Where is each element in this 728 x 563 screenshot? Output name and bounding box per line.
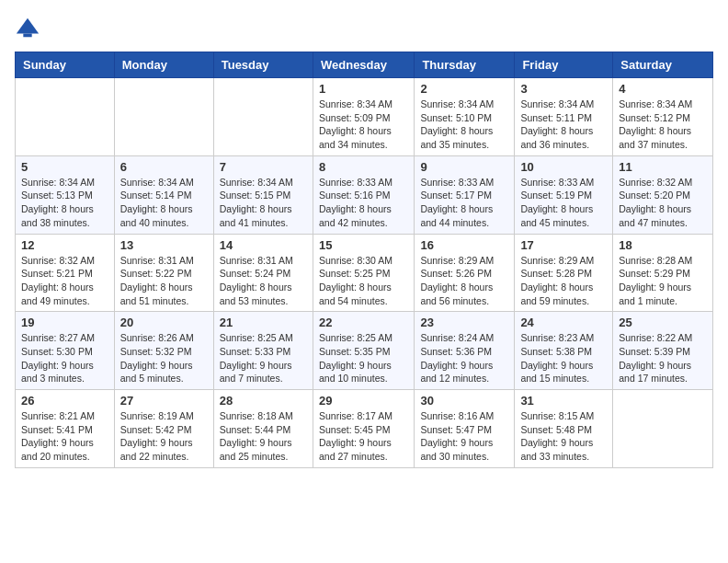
day-info: Sunrise: 8:29 AM Sunset: 5:26 PM Dayligh…: [420, 254, 508, 308]
week-row-3: 12Sunrise: 8:32 AM Sunset: 5:21 PM Dayli…: [16, 234, 713, 312]
day-number: 9: [420, 160, 508, 174]
day-cell: 2Sunrise: 8:34 AM Sunset: 5:10 PM Daylig…: [415, 78, 515, 156]
day-info: Sunrise: 8:31 AM Sunset: 5:24 PM Dayligh…: [220, 254, 307, 308]
header-sunday: Sunday: [16, 52, 115, 78]
day-cell: 7Sunrise: 8:34 AM Sunset: 5:15 PM Daylig…: [213, 155, 313, 234]
day-number: 31: [520, 394, 607, 408]
day-cell: 18Sunrise: 8:28 AM Sunset: 5:29 PM Dayli…: [613, 234, 713, 312]
day-number: 1: [319, 82, 408, 96]
day-cell: 26Sunrise: 8:21 AM Sunset: 5:41 PM Dayli…: [16, 390, 115, 468]
day-number: 27: [120, 394, 208, 408]
svg-marker-0: [17, 18, 39, 34]
svg-rect-1: [23, 34, 31, 38]
header-thursday: Thursday: [415, 52, 515, 78]
day-number: 21: [220, 316, 307, 329]
day-info: Sunrise: 8:34 AM Sunset: 5:09 PM Dayligh…: [319, 98, 408, 152]
day-number: 15: [319, 238, 408, 252]
day-info: Sunrise: 8:34 AM Sunset: 5:15 PM Dayligh…: [220, 176, 307, 230]
day-cell: 8Sunrise: 8:33 AM Sunset: 5:16 PM Daylig…: [313, 155, 414, 234]
day-info: Sunrise: 8:34 AM Sunset: 5:12 PM Dayligh…: [619, 98, 707, 152]
day-info: Sunrise: 8:33 AM Sunset: 5:17 PM Dayligh…: [420, 176, 508, 230]
header-tuesday: Tuesday: [213, 52, 313, 78]
day-cell: 14Sunrise: 8:31 AM Sunset: 5:24 PM Dayli…: [213, 234, 313, 312]
day-info: Sunrise: 8:24 AM Sunset: 5:36 PM Dayligh…: [420, 331, 508, 385]
day-number: 14: [220, 238, 307, 252]
day-cell: 12Sunrise: 8:32 AM Sunset: 5:21 PM Dayli…: [16, 234, 115, 312]
day-info: Sunrise: 8:34 AM Sunset: 5:11 PM Dayligh…: [520, 98, 607, 152]
day-number: 30: [420, 394, 508, 408]
week-row-1: 1Sunrise: 8:34 AM Sunset: 5:09 PM Daylig…: [16, 78, 713, 156]
day-cell: 19Sunrise: 8:27 AM Sunset: 5:30 PM Dayli…: [16, 312, 115, 390]
day-number: 19: [21, 316, 108, 329]
day-number: 18: [619, 238, 707, 252]
day-cell: 27Sunrise: 8:19 AM Sunset: 5:42 PM Dayli…: [114, 390, 213, 468]
day-info: Sunrise: 8:26 AM Sunset: 5:32 PM Dayligh…: [120, 331, 208, 385]
week-row-4: 19Sunrise: 8:27 AM Sunset: 5:30 PM Dayli…: [16, 312, 713, 390]
day-cell: 4Sunrise: 8:34 AM Sunset: 5:12 PM Daylig…: [613, 78, 713, 156]
day-number: 23: [420, 316, 508, 329]
day-info: Sunrise: 8:16 AM Sunset: 5:47 PM Dayligh…: [420, 409, 508, 464]
day-cell: 15Sunrise: 8:30 AM Sunset: 5:25 PM Dayli…: [313, 234, 414, 312]
day-cell: [213, 78, 313, 156]
day-cell: 20Sunrise: 8:26 AM Sunset: 5:32 PM Dayli…: [114, 312, 213, 390]
day-cell: 22Sunrise: 8:25 AM Sunset: 5:35 PM Dayli…: [313, 312, 414, 390]
day-number: 13: [120, 238, 208, 252]
day-number: 6: [120, 160, 208, 174]
day-number: 22: [319, 316, 408, 329]
day-info: Sunrise: 8:34 AM Sunset: 5:10 PM Dayligh…: [420, 98, 508, 152]
calendar-table: SundayMondayTuesdayWednesdayThursdayFrid…: [15, 52, 713, 468]
day-info: Sunrise: 8:34 AM Sunset: 5:14 PM Dayligh…: [120, 176, 208, 230]
logo[interactable]: [15, 15, 44, 40]
day-info: Sunrise: 8:18 AM Sunset: 5:44 PM Dayligh…: [220, 409, 307, 464]
header-wednesday: Wednesday: [313, 52, 414, 78]
logo-icon: [15, 15, 40, 40]
day-info: Sunrise: 8:34 AM Sunset: 5:13 PM Dayligh…: [21, 176, 108, 230]
day-number: 20: [120, 316, 208, 329]
day-cell: 21Sunrise: 8:25 AM Sunset: 5:33 PM Dayli…: [213, 312, 313, 390]
day-cell: 28Sunrise: 8:18 AM Sunset: 5:44 PM Dayli…: [213, 390, 313, 468]
day-info: Sunrise: 8:27 AM Sunset: 5:30 PM Dayligh…: [21, 331, 108, 385]
day-number: 16: [420, 238, 508, 252]
day-number: 10: [520, 160, 607, 174]
day-cell: 13Sunrise: 8:31 AM Sunset: 5:22 PM Dayli…: [114, 234, 213, 312]
day-number: 2: [420, 82, 508, 96]
day-info: Sunrise: 8:33 AM Sunset: 5:19 PM Dayligh…: [520, 176, 607, 230]
day-number: 7: [220, 160, 307, 174]
day-info: Sunrise: 8:25 AM Sunset: 5:35 PM Dayligh…: [319, 331, 408, 385]
day-info: Sunrise: 8:25 AM Sunset: 5:33 PM Dayligh…: [220, 331, 307, 385]
day-info: Sunrise: 8:28 AM Sunset: 5:29 PM Dayligh…: [619, 254, 707, 308]
day-info: Sunrise: 8:30 AM Sunset: 5:25 PM Dayligh…: [319, 254, 408, 308]
day-info: Sunrise: 8:17 AM Sunset: 5:45 PM Dayligh…: [319, 409, 408, 464]
day-cell: 16Sunrise: 8:29 AM Sunset: 5:26 PM Dayli…: [415, 234, 515, 312]
day-cell: 30Sunrise: 8:16 AM Sunset: 5:47 PM Dayli…: [415, 390, 515, 468]
day-cell: 25Sunrise: 8:22 AM Sunset: 5:39 PM Dayli…: [613, 312, 713, 390]
day-info: Sunrise: 8:23 AM Sunset: 5:38 PM Dayligh…: [520, 331, 607, 385]
day-info: Sunrise: 8:33 AM Sunset: 5:16 PM Dayligh…: [319, 176, 408, 230]
day-cell: 11Sunrise: 8:32 AM Sunset: 5:20 PM Dayli…: [613, 155, 713, 234]
day-cell: 10Sunrise: 8:33 AM Sunset: 5:19 PM Dayli…: [515, 155, 613, 234]
header-saturday: Saturday: [613, 52, 713, 78]
day-cell: 17Sunrise: 8:29 AM Sunset: 5:28 PM Dayli…: [515, 234, 613, 312]
day-cell: 24Sunrise: 8:23 AM Sunset: 5:38 PM Dayli…: [515, 312, 613, 390]
day-number: 25: [619, 316, 707, 329]
day-info: Sunrise: 8:21 AM Sunset: 5:41 PM Dayligh…: [21, 409, 108, 464]
header-monday: Monday: [114, 52, 213, 78]
header-friday: Friday: [515, 52, 613, 78]
day-number: 28: [220, 394, 307, 408]
day-number: 3: [520, 82, 607, 96]
day-cell: [114, 78, 213, 156]
day-info: Sunrise: 8:32 AM Sunset: 5:20 PM Dayligh…: [619, 176, 707, 230]
day-info: Sunrise: 8:31 AM Sunset: 5:22 PM Dayligh…: [120, 254, 208, 308]
day-cell: 29Sunrise: 8:17 AM Sunset: 5:45 PM Dayli…: [313, 390, 414, 468]
day-cell: 5Sunrise: 8:34 AM Sunset: 5:13 PM Daylig…: [16, 155, 115, 234]
day-number: 11: [619, 160, 707, 174]
day-number: 12: [21, 238, 108, 252]
day-info: Sunrise: 8:22 AM Sunset: 5:39 PM Dayligh…: [619, 331, 707, 385]
day-info: Sunrise: 8:15 AM Sunset: 5:48 PM Dayligh…: [520, 409, 607, 464]
week-row-5: 26Sunrise: 8:21 AM Sunset: 5:41 PM Dayli…: [16, 390, 713, 468]
day-number: 26: [21, 394, 108, 408]
day-cell: 3Sunrise: 8:34 AM Sunset: 5:11 PM Daylig…: [515, 78, 613, 156]
day-cell: 9Sunrise: 8:33 AM Sunset: 5:17 PM Daylig…: [415, 155, 515, 234]
day-cell: 31Sunrise: 8:15 AM Sunset: 5:48 PM Dayli…: [515, 390, 613, 468]
day-cell: 23Sunrise: 8:24 AM Sunset: 5:36 PM Dayli…: [415, 312, 515, 390]
